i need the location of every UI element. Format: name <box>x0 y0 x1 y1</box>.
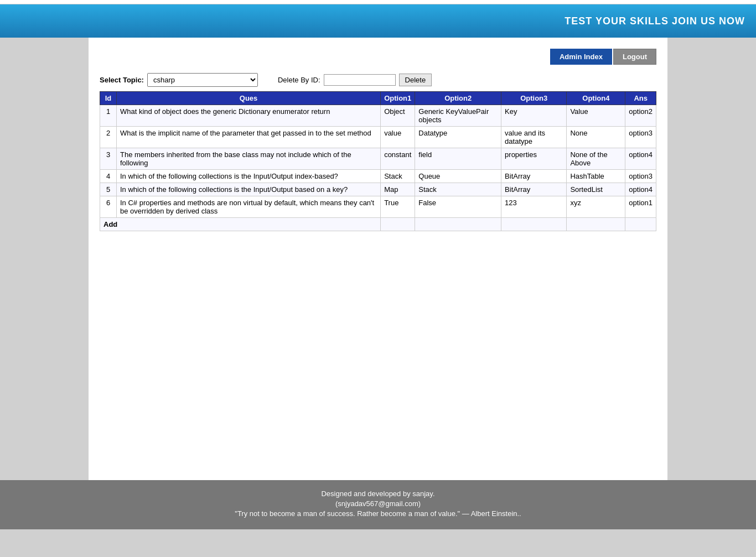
table-body: 1What kind of object does the generic Di… <box>100 105 656 231</box>
table-cell: None <box>567 127 625 148</box>
add-row[interactable]: Add <box>100 218 656 231</box>
delete-id-input[interactable] <box>324 74 396 86</box>
table-cell: In which of the following collections is… <box>117 170 381 183</box>
select-topic-label: Select Topic: <box>100 76 144 84</box>
table-cell: Generic KeyValuePair objects <box>415 105 501 127</box>
table-cell: True <box>381 196 415 218</box>
blue-banner: TEST YOUR SKILLS JOIN US NOW <box>0 4 756 38</box>
table-header-row: Id Ques Option1 Option2 Option3 Option4 … <box>100 92 656 105</box>
table-cell: In which of the following collections is… <box>117 183 381 196</box>
table-cell: value and its datatype <box>501 127 567 148</box>
table-cell: 1 <box>100 105 117 127</box>
table-cell: Map <box>381 183 415 196</box>
top-bar <box>0 0 756 4</box>
header-buttons: Admin Index Logout <box>100 43 656 73</box>
main-content: Admin Index Logout Select Topic: csharp … <box>89 38 667 480</box>
table-cell: 6 <box>100 196 117 218</box>
table-cell: Queue <box>415 170 501 183</box>
table-cell: What is the implicit name of the paramet… <box>117 127 381 148</box>
table-cell: option1 <box>625 196 656 218</box>
table-cell: False <box>415 196 501 218</box>
add-label: Add <box>100 218 381 231</box>
table-cell: value <box>381 127 415 148</box>
add-cell <box>567 218 625 231</box>
table-cell: xyz <box>567 196 625 218</box>
footer: Designed and developed by sanjay. (snjya… <box>0 480 756 529</box>
controls-row: Select Topic: csharp java python javascr… <box>100 73 656 87</box>
table-cell: option3 <box>625 127 656 148</box>
table-cell: properties <box>501 148 567 170</box>
table-cell: option4 <box>625 148 656 170</box>
logout-button[interactable]: Logout <box>613 49 656 65</box>
table-cell: 123 <box>501 196 567 218</box>
delete-by-id-label: Delete By ID: <box>278 76 320 84</box>
table-cell: 2 <box>100 127 117 148</box>
table-row: 4In which of the following collections i… <box>100 170 656 183</box>
add-cell <box>625 218 656 231</box>
table-cell: BitArray <box>501 170 567 183</box>
col-option3: Option3 <box>501 92 567 105</box>
col-option1: Option1 <box>381 92 415 105</box>
add-cell <box>501 218 567 231</box>
col-ans: Ans <box>625 92 656 105</box>
table-cell: What kind of object does the generic Dic… <box>117 105 381 127</box>
footer-line3: "Try not to become a man of success. Rat… <box>6 509 750 518</box>
table-cell: HashTable <box>567 170 625 183</box>
table-cell: 5 <box>100 183 117 196</box>
table-cell: constant <box>381 148 415 170</box>
table-cell: option2 <box>625 105 656 127</box>
table-cell: BitArray <box>501 183 567 196</box>
col-id: Id <box>100 92 117 105</box>
table-cell: Object <box>381 105 415 127</box>
data-table: Id Ques Option1 Option2 Option3 Option4 … <box>100 91 656 231</box>
footer-line2: (snjyadav567@gmail.com) <box>6 499 750 508</box>
admin-index-button[interactable]: Admin Index <box>550 49 612 65</box>
table-row: 3The members inherited from the base cla… <box>100 148 656 170</box>
table-row: 2What is the implicit name of the parame… <box>100 127 656 148</box>
col-option2: Option2 <box>415 92 501 105</box>
footer-line1: Designed and developed by sanjay. <box>6 490 750 498</box>
outer-wrapper: TEST YOUR SKILLS JOIN US NOW Admin Index… <box>0 0 756 557</box>
col-option4: Option4 <box>567 92 625 105</box>
table-cell: SortedList <box>567 183 625 196</box>
topic-select[interactable]: csharp java python javascript <box>147 73 258 87</box>
col-ques: Ques <box>117 92 381 105</box>
table-cell: Key <box>501 105 567 127</box>
table-cell: option3 <box>625 170 656 183</box>
table-cell: Value <box>567 105 625 127</box>
add-cell <box>415 218 501 231</box>
table-cell: Stack <box>381 170 415 183</box>
table-cell: option4 <box>625 183 656 196</box>
table-cell: 4 <box>100 170 117 183</box>
table-row: 1What kind of object does the generic Di… <box>100 105 656 127</box>
table-row: 6In C# properties and methods are non vi… <box>100 196 656 218</box>
table-cell: None of the Above <box>567 148 625 170</box>
table-cell: 3 <box>100 148 117 170</box>
table-cell: field <box>415 148 501 170</box>
table-cell: In C# properties and methods are non vir… <box>117 196 381 218</box>
delete-button[interactable]: Delete <box>399 74 432 86</box>
table-cell: The members inherited from the base clas… <box>117 148 381 170</box>
table-row: 5In which of the following collections i… <box>100 183 656 196</box>
table-cell: Datatype <box>415 127 501 148</box>
banner-text: TEST YOUR SKILLS JOIN US NOW <box>565 15 745 27</box>
table-cell: Stack <box>415 183 501 196</box>
add-cell <box>381 218 415 231</box>
